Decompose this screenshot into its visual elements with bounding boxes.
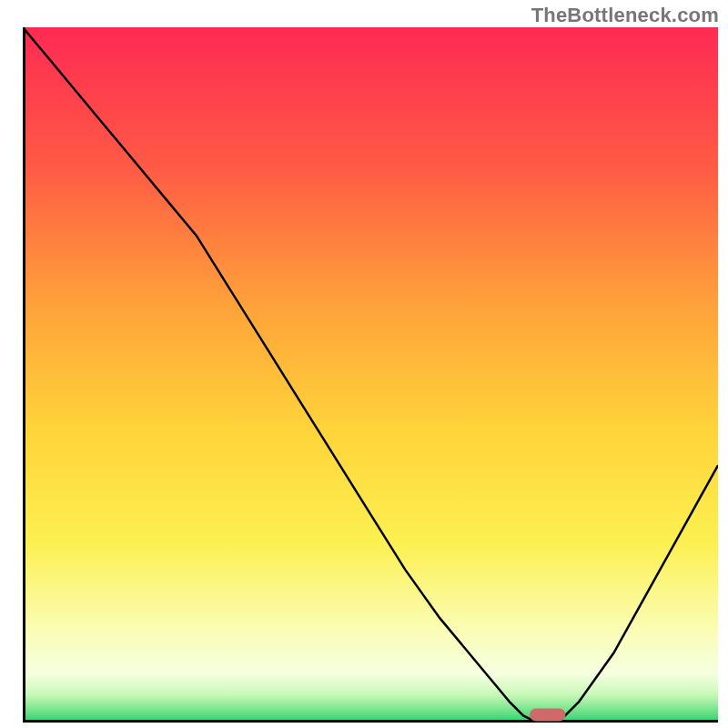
plot-area	[23, 27, 718, 723]
optimal-marker	[531, 709, 565, 721]
bottleneck-chart-svg	[23, 27, 718, 723]
attribution-label: TheBottleneck.com	[531, 4, 719, 27]
background-gradient	[23, 27, 718, 723]
chart-frame: TheBottleneck.com	[0, 0, 728, 728]
